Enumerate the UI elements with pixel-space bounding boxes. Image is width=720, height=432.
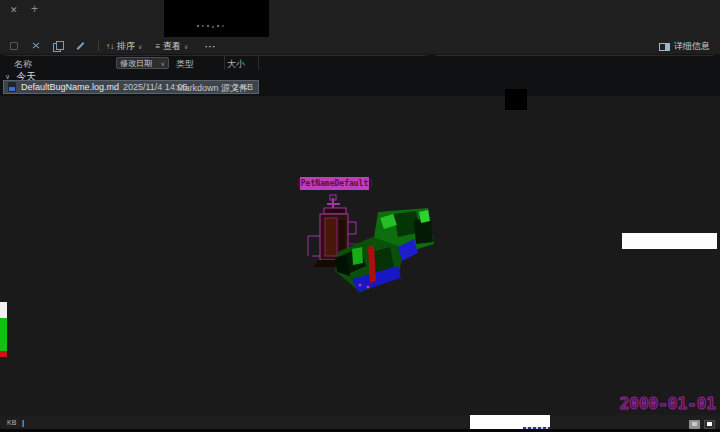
tab-bar: ✕ + xyxy=(0,0,720,20)
toolbar: ↑↓ 排序 ∨ ≡ 查看 ∨ ⋯ 详细信息 xyxy=(0,38,720,55)
view-button[interactable]: ≡ 查看 ∨ xyxy=(155,40,188,53)
chevron-down-icon: ∨ xyxy=(5,73,10,81)
health-bar-red-segment xyxy=(0,351,7,357)
markdown-file-icon xyxy=(8,82,16,92)
details-pane-label: 详细信息 xyxy=(674,40,710,53)
column-divider xyxy=(258,56,259,70)
column-header-date-dropdown[interactable]: 修改日期 ∨ xyxy=(116,57,169,69)
file-explorer-window: ✕ + › 此电脑 › 系统 (C:) › 用户 › 86135 › xyxy=(0,0,720,96)
redaction-box xyxy=(164,0,269,37)
glitch-green-mesh xyxy=(335,208,434,292)
status-kb-label: KB xyxy=(7,419,16,426)
file-row-selected[interactable]: DefaultBugName.log.md 2025/11/4 14:05 Ma… xyxy=(4,81,258,93)
column-header-date-label: 修改日期 xyxy=(120,58,152,69)
health-bar xyxy=(0,302,7,357)
new-tab-button[interactable]: + xyxy=(31,2,38,16)
file-size: 2 KB xyxy=(233,82,253,92)
new-item-icon[interactable] xyxy=(9,41,19,51)
details-pane-button[interactable]: 详细信息 xyxy=(659,38,710,55)
black-square-artifact xyxy=(505,89,527,110)
health-bar-green-segment xyxy=(0,318,7,351)
cut-icon[interactable] xyxy=(31,41,41,51)
file-name: DefaultBugName.log.md xyxy=(21,82,119,92)
address-row: › 此电脑 › 系统 (C:) › 用户 › 86135 › xyxy=(0,20,720,38)
sort-button[interactable]: ↑↓ 排序 ∨ xyxy=(106,40,142,53)
details-pane-icon xyxy=(659,43,670,51)
chevron-down-icon: ∨ xyxy=(184,43,188,50)
glitch-3d-render xyxy=(302,192,442,294)
chevron-down-icon: ∨ xyxy=(161,60,165,67)
toolbar-divider xyxy=(98,41,99,51)
text-cursor: | xyxy=(22,418,24,427)
view-icon: ≡ xyxy=(155,42,160,51)
column-header-size[interactable]: 大小 xyxy=(227,58,245,71)
pet-name-label: [PetNameDefault] xyxy=(300,177,369,190)
health-bar-white-segment xyxy=(0,302,7,318)
more-options-button[interactable]: ⋯ xyxy=(204,40,216,53)
sort-label: 排序 xyxy=(117,40,135,53)
rename-icon[interactable] xyxy=(75,41,85,51)
column-header-type[interactable]: 类型 xyxy=(176,58,194,71)
tray-icon-square[interactable] xyxy=(704,420,715,429)
chevron-down-icon: ∨ xyxy=(138,43,142,50)
column-divider xyxy=(224,56,225,70)
bottom-status-bar: KB | xyxy=(0,415,720,429)
sort-icon: ↑↓ xyxy=(106,42,114,51)
tab-close-icon[interactable]: ✕ xyxy=(10,5,18,15)
column-headers: 名称 修改日期 ∨ 类型 大小 xyxy=(0,56,720,70)
tray-icon-window[interactable] xyxy=(689,420,700,429)
view-label: 查看 xyxy=(163,40,181,53)
white-rect-artifact xyxy=(622,233,717,249)
copy-icon[interactable] xyxy=(53,41,63,51)
redacted-glyphs xyxy=(197,25,199,27)
